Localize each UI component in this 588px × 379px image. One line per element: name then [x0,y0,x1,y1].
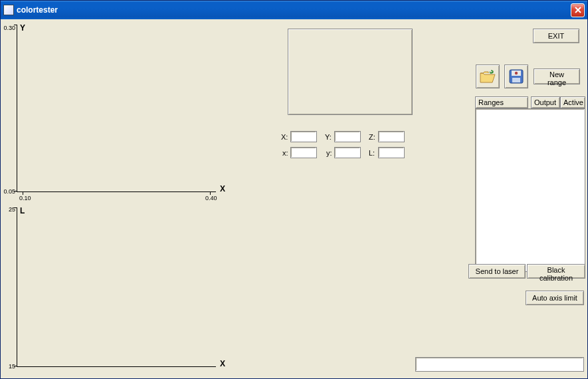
chart2-ytick-min: 15 [1,363,15,370]
column-header-active[interactable]: Active [560,96,585,108]
auto-axis-limit-button[interactable]: Auto axis limit [526,291,584,305]
floppy-disk-icon [508,68,524,84]
field-y[interactable] [334,147,361,158]
chart2-ytick-max: 25 [1,206,15,213]
client-area: EXIT New range Ranges Output Active Send… [1,19,587,378]
field-X[interactable] [290,131,317,142]
label-Y: Y: [325,133,332,141]
field-Z[interactable] [378,131,405,142]
chart1-xtick-min: 0.10 [19,195,31,201]
chart1-ytick-min: 0.05 [1,188,15,195]
app-window: colortester EXIT New range [0,0,588,379]
folder-open-icon [479,69,496,84]
exit-button[interactable]: EXIT [533,29,579,43]
column-header-output[interactable]: Output [531,96,560,108]
chart2-x-axis-label: X [220,359,225,368]
label-X: X: [281,133,288,141]
svg-rect-2 [512,78,520,82]
field-Y[interactable] [334,131,361,142]
status-box [415,357,584,372]
label-y: y: [326,149,332,157]
new-range-button[interactable]: New range [534,68,580,84]
close-button[interactable] [571,3,585,17]
preview-panel [288,29,413,115]
chart1-ytick-max: 0.30 [1,25,15,31]
column-header-ranges[interactable]: Ranges [475,96,528,108]
chart-xy: Y X [17,25,216,192]
open-button[interactable] [476,64,500,88]
label-L: L: [369,149,375,157]
close-icon [575,7,581,13]
titlebar: colortester [1,1,587,19]
chart1-x-axis-label: X [220,184,225,193]
chart1-y-axis-label: Y [20,23,25,33]
field-L[interactable] [378,147,405,158]
save-button[interactable] [504,64,528,88]
window-title: colortester [17,5,571,15]
label-x: x: [282,149,288,157]
ranges-list[interactable] [475,108,585,272]
field-x[interactable] [290,147,317,158]
chart1-xtick-max: 0.40 [205,195,217,201]
send-to-laser-button[interactable]: Send to laser [468,264,526,279]
black-calibration-button[interactable]: Black calibration [527,264,585,279]
svg-point-3 [515,72,518,74]
chart-xl: L X [17,207,216,367]
chart2-y-axis-label: L [20,206,25,215]
label-Z: Z: [369,133,375,141]
app-icon [3,5,14,15]
